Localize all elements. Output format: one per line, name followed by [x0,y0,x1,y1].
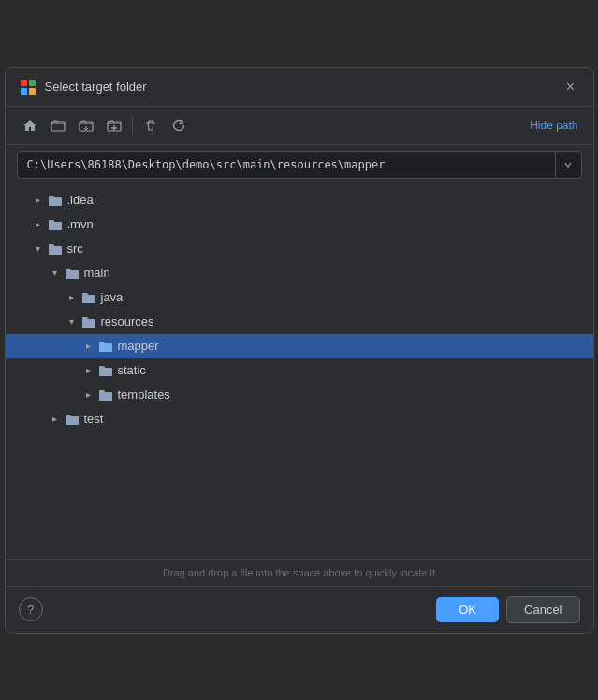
svg-rect-1 [29,80,36,86]
folder-icon [97,338,114,355]
tree-item-label: src [67,241,586,255]
chevron-icon [47,265,64,282]
chevron-icon [30,241,47,257]
folder-tree: .idea .mvn src main java resources mappe… [6,184,593,559]
toolbar: Hide path [6,107,593,145]
folder-icon [47,192,64,209]
tree-item-test[interactable]: test [6,407,593,431]
tree-item-label: templates [118,387,586,401]
tree-item-mapper[interactable]: mapper [6,334,593,358]
chevron-icon [80,362,97,379]
folder-icon [97,386,114,403]
chevron-icon [47,411,64,428]
home-button[interactable] [17,112,43,139]
cancel-button[interactable]: Cancel [506,596,579,623]
tree-item-main[interactable]: main [6,261,593,285]
chevron-icon [64,314,80,330]
tree-item-java[interactable]: java [6,285,593,310]
toolbar-separator [132,117,133,134]
app-icon [19,78,37,96]
new-folder-button[interactable] [101,112,127,139]
tree-item-label: .mvn [67,217,586,231]
tree-item-src[interactable]: src [6,237,593,261]
dialog-title: Select target folder [45,80,562,94]
svg-rect-2 [21,88,27,95]
tree-item-label: resources [101,314,586,328]
parent-folder-button[interactable] [45,112,71,139]
chevron-icon [80,338,97,355]
tree-item-resources[interactable]: resources [6,310,593,334]
tree-item-label: main [84,266,586,280]
tree-item-static[interactable]: static [6,358,593,383]
select-folder-dialog: Select target folder × [5,67,594,634]
drop-hint: Drag and drop a file into the space abov… [6,559,593,586]
tree-item-label: test [84,412,586,426]
folder-icon [64,265,80,282]
tree-item-idea[interactable]: .idea [6,188,593,212]
svg-rect-0 [21,80,27,86]
path-bar [17,151,582,179]
tree-item-templates[interactable]: templates [6,383,593,407]
tree-item-label: static [118,363,586,377]
chevron-icon [80,386,97,403]
refresh-button[interactable] [166,112,192,139]
help-button[interactable]: ? [19,597,43,621]
folder-icon [47,216,64,233]
expand-button[interactable] [73,112,99,139]
path-input[interactable] [18,153,555,177]
title-bar: Select target folder × [6,68,593,107]
folder-icon [47,241,64,257]
delete-button[interactable] [138,112,164,139]
ok-button[interactable]: OK [436,597,499,622]
path-dropdown-button[interactable] [555,152,581,178]
folder-icon [97,362,114,379]
tree-item-label: java [101,290,586,304]
svg-rect-3 [29,88,36,95]
folder-icon [80,289,97,306]
chevron-icon [30,192,47,209]
tree-item-label: mapper [118,339,586,353]
chevron-icon [64,289,80,306]
close-button[interactable]: × [562,78,580,96]
footer: ? OK Cancel [6,586,593,633]
chevron-icon [30,216,47,233]
tree-item-label: .idea [67,193,586,207]
folder-icon [64,411,80,428]
tree-item-mvn[interactable]: .mvn [6,212,593,237]
hide-path-button[interactable]: Hide path [526,117,581,134]
folder-icon [80,314,97,330]
